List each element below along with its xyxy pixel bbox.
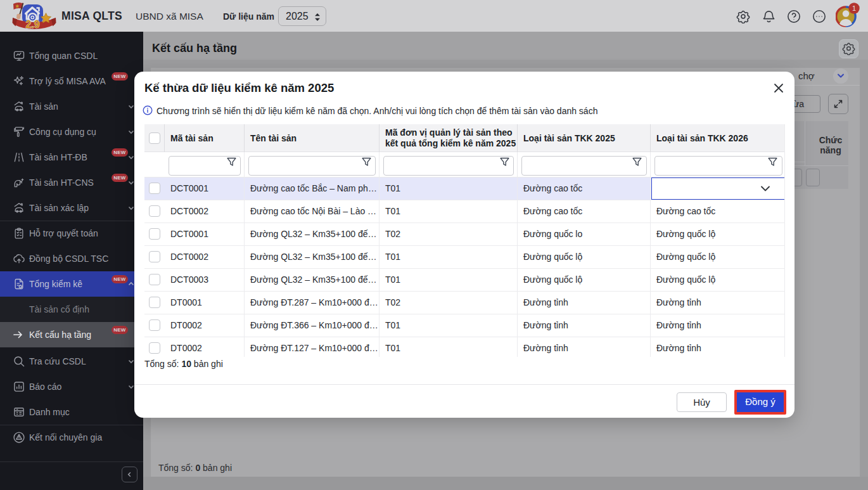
- svg-text:2.9: 2.9: [25, 19, 39, 30]
- svg-text:1: 1: [852, 4, 856, 12]
